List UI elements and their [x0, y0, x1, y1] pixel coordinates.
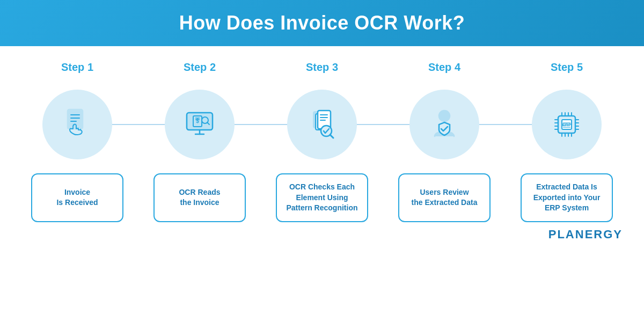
erp-export-icon: ERP [547, 105, 586, 144]
page-title: How Does Invoice OCR Work? [21, 12, 623, 34]
step-4-icon-circle [409, 90, 479, 159]
step-1-label: Step 1 [26, 61, 128, 74]
svg-rect-0 [68, 109, 83, 129]
step-2-box: OCR Reads the Invoice [153, 173, 246, 222]
svg-line-24 [330, 135, 333, 138]
step-1-icon-circle [42, 90, 112, 159]
step-3-icon-circle [287, 90, 357, 159]
invoice-received-icon [58, 105, 97, 144]
user-review-icon [425, 105, 464, 144]
step-4-box: Users Review the Extracted Data [398, 173, 491, 222]
svg-point-25 [439, 111, 450, 121]
svg-rect-7 [187, 113, 213, 130]
step-5-label: Step 5 [516, 61, 618, 74]
step-5-description: Extracted Data Is Exported into Your ERP… [527, 182, 606, 214]
brand-logo: PLANERGY [548, 228, 623, 241]
step-1-description: Invoice Is Received [56, 187, 98, 208]
step-4-label: Step 4 [393, 61, 495, 74]
header: How Does Invoice OCR Work? [0, 0, 644, 46]
pattern-recognition-icon [303, 105, 341, 144]
step-5-icon-circle: ERP [532, 90, 602, 159]
step-2-description: OCR Reads the Invoice [179, 187, 220, 208]
step-1-box: Invoice Is Received [31, 173, 123, 222]
step-3-box: OCR Checks Each Element Using Pattern Re… [276, 173, 368, 222]
step-5-box: Extracted Data Is Exported into Your ERP… [521, 173, 613, 222]
ocr-reads-icon: $ [180, 105, 219, 144]
svg-text:$: $ [196, 118, 199, 124]
step-4-description: Users Review the Extracted Data [412, 187, 478, 208]
step-3-description: OCR Checks Each Element Using Pattern Re… [282, 182, 362, 214]
step-2-label: Step 2 [149, 61, 251, 74]
footer: PLANERGY [0, 222, 644, 247]
step-2-icon-circle: $ [165, 90, 235, 159]
step-3-label: Step 3 [271, 61, 373, 74]
